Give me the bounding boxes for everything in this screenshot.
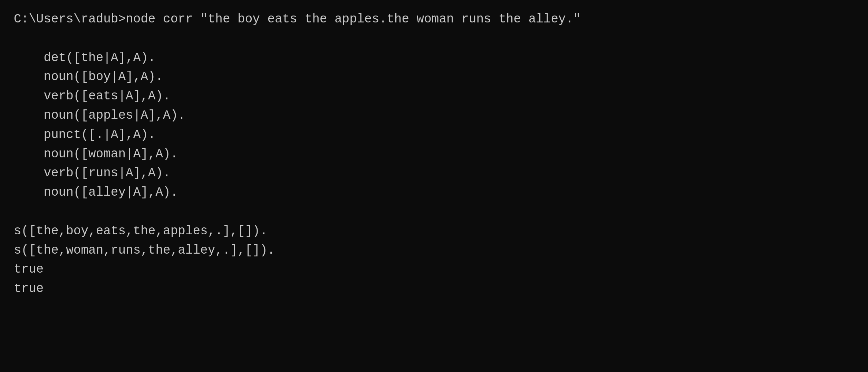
punct-line: punct([.|A],A).	[14, 125, 854, 145]
verb-eats-line: verb([eats|A],A).	[14, 87, 854, 106]
blank-line-2	[14, 202, 854, 222]
verb-runs-line: verb([runs|A],A).	[14, 164, 854, 183]
true1-line: true	[14, 260, 854, 279]
noun-boy-line: noun([boy|A],A).	[14, 67, 854, 87]
det-line: det([the|A],A).	[14, 48, 854, 68]
noun-woman-line: noun([woman|A],A).	[14, 145, 854, 164]
noun-apples-line: noun([apples|A],A).	[14, 106, 854, 125]
command-line: C:\Users\radub>node corr "the boy eats t…	[14, 10, 854, 29]
blank-line-1	[14, 29, 854, 48]
true2-line: true	[14, 279, 854, 298]
noun-alley-line: noun([alley|A],A).	[14, 183, 854, 202]
s1-line: s([the,boy,eats,the,apples,.],[]).	[14, 222, 854, 241]
terminal-window: C:\Users\radub>node corr "the boy eats t…	[0, 0, 868, 372]
s2-line: s([the,woman,runs,the,alley,.],[]).	[14, 241, 854, 260]
